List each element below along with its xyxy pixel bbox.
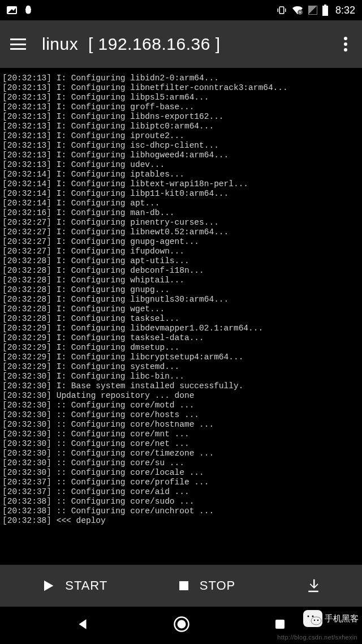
download-icon (305, 577, 322, 594)
back-button[interactable] (75, 617, 90, 634)
status-clock: 8:32 (335, 5, 355, 16)
svg-point-14 (312, 616, 314, 617)
stamp-text: 手机黑客 (325, 613, 359, 624)
stop-label: STOP (200, 578, 236, 593)
app-title: linux [ 192.168.16.36 ] (42, 35, 221, 54)
recents-button[interactable] (273, 617, 287, 633)
triangle-back-icon (75, 617, 90, 632)
wifi-icon: ✕ (291, 5, 304, 15)
menu-button[interactable] (10, 38, 26, 50)
start-button[interactable]: START (40, 578, 107, 594)
svg-point-15 (314, 620, 315, 621)
svg-rect-7 (179, 581, 188, 590)
home-button[interactable] (173, 616, 190, 635)
status-right: ✕ 8:32 (277, 5, 355, 16)
title-ip: [ 192.168.16.36 ] (88, 35, 221, 53)
circle-home-icon (173, 616, 190, 633)
stop-icon (177, 579, 191, 593)
no-sim-icon (308, 6, 317, 15)
app-bar: linux [ 192.168.16.36 ] (0, 20, 362, 68)
overflow-menu-button[interactable] (339, 32, 352, 56)
download-button[interactable] (305, 577, 322, 594)
title-name: linux (42, 35, 78, 53)
watermark-url: http://blog.csdn.net/sxhexin (277, 634, 357, 641)
svg-rect-0 (279, 7, 284, 14)
picture-notification-icon (7, 6, 17, 14)
battery-icon (322, 5, 329, 16)
svg-rect-10 (275, 620, 285, 629)
svg-rect-5 (322, 6, 328, 16)
svg-text:✕: ✕ (299, 10, 301, 14)
overlay-stamp: 手机黑客 (303, 610, 359, 627)
wechat-icon (303, 610, 322, 627)
terminal-output[interactable]: [20:32:13] I: Configuring libidn2-0:arm6… (0, 68, 362, 565)
penguin-icon (23, 5, 34, 16)
svg-point-16 (317, 620, 318, 621)
vibrate-icon (277, 5, 287, 15)
svg-point-9 (177, 620, 186, 629)
svg-rect-6 (324, 5, 326, 6)
bottom-action-bar: START STOP (0, 565, 362, 607)
stop-button[interactable]: STOP (177, 578, 236, 593)
play-icon (40, 578, 56, 594)
svg-point-12 (311, 617, 321, 625)
status-bar: ✕ 8:32 (0, 0, 362, 20)
start-label: START (65, 578, 107, 593)
square-recents-icon (273, 617, 287, 631)
status-left (7, 5, 34, 16)
svg-point-13 (308, 616, 309, 617)
